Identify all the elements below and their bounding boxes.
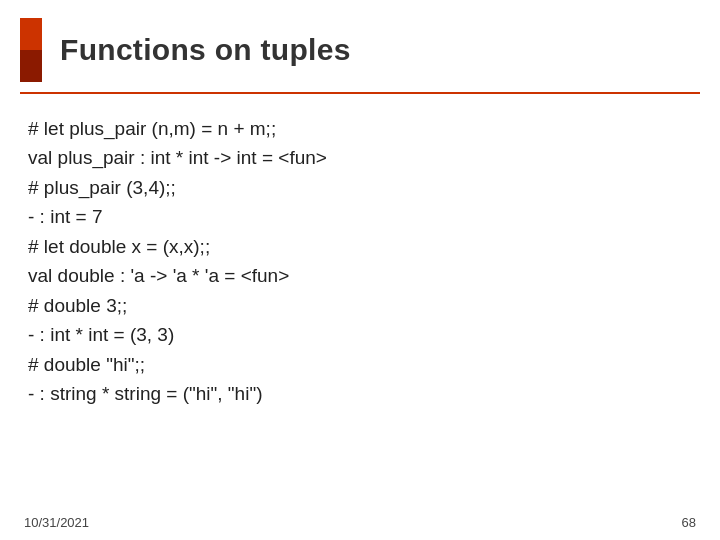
code-line-1: # let plus_pair (n,m) = n + m;; (28, 114, 692, 143)
slide-title: Functions on tuples (60, 33, 351, 67)
footer-page: 68 (682, 515, 696, 530)
title-area: Functions on tuples (46, 33, 351, 67)
code-line-5: # let double x = (x,x);; (28, 232, 692, 261)
slide-container: Functions on tuples # let plus_pair (n,m… (0, 0, 720, 540)
accent-top (20, 18, 42, 50)
code-content: # let plus_pair (n,m) = n + m;; val plus… (0, 110, 720, 507)
code-line-10: - : string * string = ("hi", "hi") (28, 379, 692, 408)
accent-bottom (20, 50, 42, 82)
footer-date: 10/31/2021 (24, 515, 89, 530)
code-line-9: # double "hi";; (28, 350, 692, 379)
slide-header: Functions on tuples (0, 0, 720, 92)
code-line-8: - : int * int = (3, 3) (28, 320, 692, 349)
code-line-4: - : int = 7 (28, 202, 692, 231)
code-line-7: # double 3;; (28, 291, 692, 320)
code-line-6: val double : 'a -> 'a * 'a = <fun> (28, 261, 692, 290)
divider (20, 92, 700, 94)
slide-footer: 10/31/2021 68 (0, 507, 720, 540)
accent-decoration (20, 18, 42, 82)
code-line-2: val plus_pair : int * int -> int = <fun> (28, 143, 692, 172)
code-line-3: # plus_pair (3,4);; (28, 173, 692, 202)
